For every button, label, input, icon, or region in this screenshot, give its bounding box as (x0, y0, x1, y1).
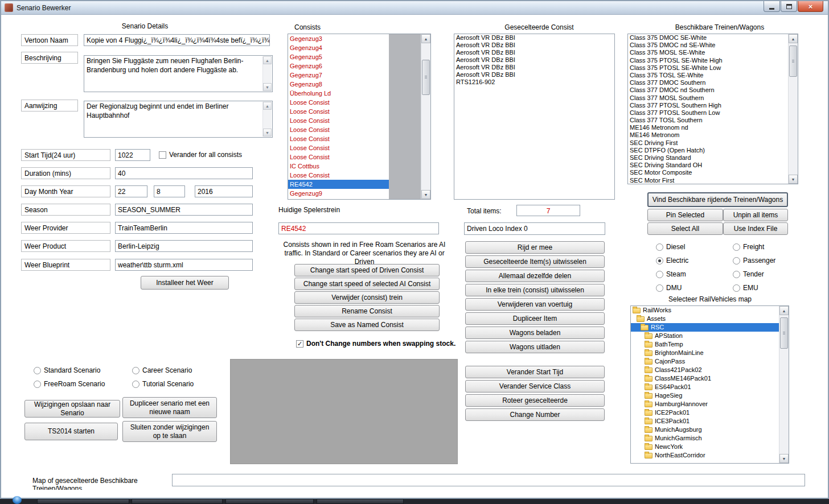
available-scrollbar[interactable]: ▲ ▼ (788, 34, 798, 184)
available-listbox[interactable]: Class 375 DMOC SE-WhiteClass 375 DMOC nd… (627, 34, 798, 184)
selected-consist-action-button[interactable]: Verander Service Class (465, 380, 605, 393)
close-without-saving-button[interactable]: Sluiten zonder wijzigingen op te slaan (122, 421, 217, 442)
weer-provider-field[interactable]: TrainTeamBerlin (115, 222, 253, 234)
selected-consist-item[interactable]: Aerosoft VR DBz BBI (454, 42, 614, 49)
tree-item[interactable]: Class421Pack02 (631, 366, 779, 374)
available-item[interactable]: Class 377 DMOC Southern (628, 79, 788, 86)
selected-consist-action-button[interactable]: Wagons uitladen (465, 341, 605, 353)
unpin-all-button[interactable]: Unpin all items (723, 209, 788, 221)
available-item[interactable]: ME146 Metronom (628, 131, 788, 139)
year-field[interactable]: 2016 (195, 185, 253, 197)
tree-item[interactable]: APStation (631, 332, 779, 340)
vehicle-filter-radio[interactable]: Electric (656, 257, 688, 265)
tree-item[interactable]: HageSieg (631, 391, 779, 400)
start-button[interactable] (13, 496, 22, 504)
consist-item[interactable]: Gegenzug8 (288, 80, 389, 89)
minimize-button[interactable] (764, 1, 780, 12)
season-field[interactable]: SEASON_SUMMER (115, 204, 253, 216)
available-item[interactable]: Class 375 PTOSL SE-White High (628, 57, 788, 64)
duplicate-scenario-button[interactable]: Dupliceer senario met een nieuwe naam (122, 397, 217, 418)
available-item[interactable]: SEC Driving Standard (628, 154, 788, 162)
save-scenario-button[interactable]: Wijzigingen opslaan naar Senario (24, 400, 120, 418)
consist-item[interactable]: Loose Consist (288, 125, 389, 134)
selected-consist-action-button[interactable]: Rijd er mee (465, 241, 605, 254)
taskbar-window-button[interactable] (317, 499, 404, 504)
consist-item[interactable]: Loose Consist (288, 152, 389, 162)
available-item[interactable]: Class 377 PTOSL Southern High (628, 102, 788, 109)
available-item[interactable]: SEC DTPFO (Open Hatch) (628, 147, 788, 154)
selected-consist-action-button[interactable]: Verwijderen van voertuig (465, 298, 605, 311)
scenario-type-radio[interactable]: Tutorial Scenario (132, 380, 194, 388)
beschrijving-field[interactable]: Bringen Sie Fluggäste zum neuen Flughafe… (84, 55, 273, 92)
aanwijzing-scrollbar[interactable]: ▲ ▼ (262, 102, 272, 137)
start-tijd-field[interactable]: 1022 (115, 149, 150, 161)
consist-item[interactable]: Gegenzug9 (288, 189, 389, 198)
tree-item[interactable]: HamburgHannover (631, 400, 779, 408)
selected-consist-item[interactable]: Aerosoft VR DBz BBI (454, 71, 614, 79)
aanwijzing-field[interactable]: Der Regionalzug beginnt und endet im Ber… (84, 101, 273, 138)
consist-item[interactable]: Loose Consist (288, 116, 389, 125)
select-all-button[interactable]: Select All (647, 222, 723, 235)
selected-consist-item[interactable]: Aerosoft VR DBz BBI (454, 64, 614, 71)
selected-consist-item[interactable]: Aerosoft VR DBz BBI (454, 49, 614, 56)
consist-item[interactable]: Gegenzug5 (288, 52, 389, 61)
selected-consist-action-button[interactable]: Change Number (465, 408, 605, 421)
selected-consist-item[interactable]: RTS1216-902 (454, 79, 614, 86)
scroll-down-icon[interactable]: ▼ (263, 129, 272, 137)
vehicle-filter-radio[interactable]: Freight (733, 243, 764, 251)
available-item[interactable]: Class 375 TOSL SE-White (628, 72, 788, 79)
selected-consist-listbox[interactable]: Aerosoft VR DBz BBIAerosoft VR DBz BBIAe… (454, 34, 615, 200)
vehicle-filter-radio[interactable]: Passenger (733, 257, 775, 265)
taskbar-window-button[interactable] (37, 499, 129, 504)
selected-consist-action-button[interactable]: Allemaal dezelfde delen (465, 270, 605, 282)
tree-item[interactable]: NorthEastCorridor (631, 451, 779, 460)
consist-item[interactable]: Loose Consist (288, 107, 389, 116)
scenario-type-radio[interactable]: Standard Scenario (34, 366, 100, 374)
available-item[interactable]: Class 377 TOSL Southern (628, 117, 788, 124)
scroll-up-icon[interactable]: ▲ (421, 34, 430, 43)
dont-change-numbers-checkbox[interactable]: ✓ Don't Change numbers when swapping sto… (296, 340, 455, 348)
scroll-up-icon[interactable]: ▲ (789, 34, 798, 43)
tree-item[interactable]: Assets (631, 315, 779, 323)
available-item[interactable]: Class 377 MOSL Southern (628, 94, 788, 102)
tree-scrollbar[interactable]: ▲ ▼ (779, 306, 789, 463)
consist-item[interactable]: RE4542 (288, 180, 389, 189)
available-item[interactable]: SEC Motor Composite (628, 169, 788, 176)
scroll-up-icon[interactable]: ▲ (779, 306, 789, 315)
tree-item[interactable]: NewcYork (631, 443, 779, 451)
tree-item[interactable]: RSC (631, 323, 779, 332)
pin-selected-button[interactable]: Pin Selected (647, 209, 723, 221)
available-item[interactable]: Class 375 DMOC nd SE-White (628, 42, 788, 49)
consist-item[interactable]: Gegenzug7 (288, 71, 389, 80)
consist-action-button[interactable]: Rename Consist (294, 305, 440, 317)
available-item[interactable]: Class 377 DMOC nd Southern (628, 86, 788, 94)
scroll-down-icon[interactable]: ▼ (789, 175, 798, 184)
consist-item[interactable]: Gegenzug4 (288, 43, 389, 52)
tree-item[interactable]: MunichAugsburg (631, 425, 779, 434)
verander-all-consists-checkbox[interactable]: Verander for all consists (159, 151, 242, 159)
available-item[interactable]: SEC Driving Standard OH (628, 162, 788, 169)
current-player-field[interactable]: RE4542 (278, 222, 439, 234)
vehicle-filter-radio[interactable]: DMU (656, 284, 682, 292)
vehicle-filter-radio[interactable]: Steam (656, 270, 686, 278)
consists-listbox[interactable]: Gegenzug3Gegenzug4Gegenzug5Gegenzug6Gege… (288, 34, 431, 200)
tree-item[interactable]: BathTemp (631, 340, 779, 349)
tree-item[interactable]: BrightonMainLine (631, 349, 779, 357)
selected-consist-action-button[interactable]: In elke trein (consist) uitwisselen (465, 284, 605, 296)
tree-item[interactable]: MunichGarmisch (631, 434, 779, 443)
tree-item[interactable]: CajonPass (631, 357, 779, 366)
consist-action-button[interactable]: Change start speed of selected AI Consis… (294, 278, 440, 290)
map-of-selected-field[interactable] (172, 474, 805, 486)
weer-blueprint-field[interactable]: weather\ttb sturm.xml (115, 259, 253, 271)
maximize-button[interactable] (781, 1, 797, 12)
scenario-type-radio[interactable]: FreeRoam Scenario (34, 380, 105, 388)
selected-consist-item[interactable]: Aerosoft VR DBz BBI (454, 34, 614, 42)
consist-action-button[interactable]: Save as Named Consist (294, 319, 440, 331)
available-item[interactable]: SEC Motor First (628, 177, 788, 184)
selected-consist-action-button[interactable]: Roteer gesecelteerde (465, 394, 605, 407)
vehicle-filter-radio[interactable]: Tender (733, 270, 764, 278)
consist-item[interactable]: Loose Consist (288, 143, 389, 152)
taskbar-window-button[interactable] (132, 499, 223, 504)
selected-consist-item[interactable]: Aerosoft VR DBz BBI (454, 56, 614, 64)
consist-item[interactable]: Loose Consist (288, 171, 389, 180)
